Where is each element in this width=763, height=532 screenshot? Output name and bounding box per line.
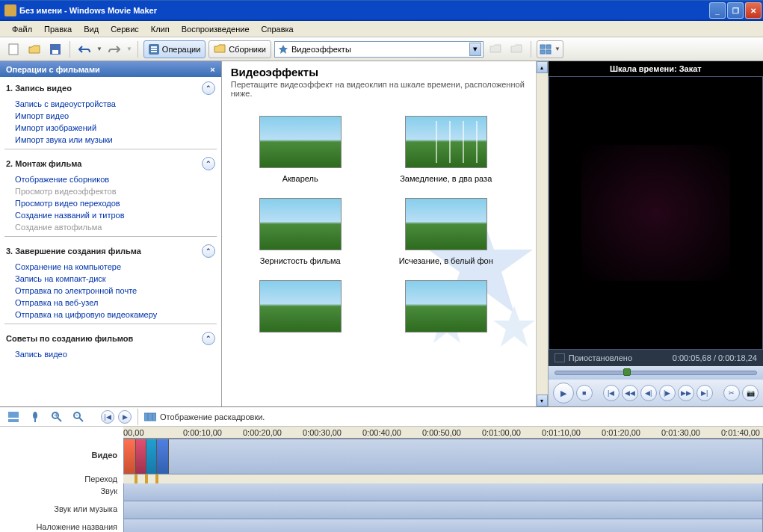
- chevron-up-icon[interactable]: ⌃: [202, 332, 215, 345]
- effect-label: Зернистость фильма: [244, 256, 356, 265]
- clip-4[interactable]: [157, 439, 169, 474]
- menu-edit[interactable]: Правка: [38, 22, 78, 36]
- timeline-view-button[interactable]: [4, 408, 22, 426]
- task-link[interactable]: Запись с видеоустройства: [0, 98, 221, 110]
- forward-button[interactable]: ▶▶: [678, 385, 694, 401]
- scroll-up-button[interactable]: ▴: [537, 61, 548, 73]
- storyboard-toggle[interactable]: Отображение раскадровки.: [160, 412, 265, 421]
- clip-1[interactable]: [124, 439, 136, 474]
- undo-button[interactable]: [75, 40, 93, 58]
- minimize-button[interactable]: _: [709, 2, 726, 19]
- location-combo[interactable]: Видеоэффекты ▾: [274, 41, 484, 58]
- music-track[interactable]: [123, 501, 763, 519]
- nav-button[interactable]: [507, 40, 525, 58]
- menubar: Файл Правка Вид Сервис Клип Воспроизведе…: [0, 21, 763, 37]
- close-panel-button[interactable]: ×: [210, 65, 214, 74]
- time-display: 0:00:05,68 / 0:00:18,24: [673, 353, 757, 362]
- zoom-in-button[interactable]: +: [48, 408, 66, 426]
- next-button[interactable]: ▶|: [696, 385, 713, 401]
- preview-monitor[interactable]: [549, 77, 762, 349]
- video-track[interactable]: [123, 439, 763, 474]
- effect-item[interactable]: [379, 280, 513, 338]
- seek-bar[interactable]: [549, 366, 763, 380]
- timeline-ruler[interactable]: 00,000:00:10,000:00:20,000:00:30,000:00:…: [123, 427, 763, 439]
- content-title: Видеоэффекты: [231, 66, 527, 78]
- effect-item[interactable]: [244, 280, 356, 338]
- redo-dropdown[interactable]: ▼: [126, 46, 132, 52]
- menu-view[interactable]: Вид: [78, 22, 105, 36]
- zoom-out-button[interactable]: -: [69, 408, 87, 426]
- effect-item[interactable]: Акварель: [244, 116, 356, 183]
- view-button[interactable]: ▼: [537, 40, 563, 58]
- task-link[interactable]: Импорт звука или музыки: [0, 134, 221, 146]
- menu-tools[interactable]: Сервис: [105, 22, 145, 36]
- task-section-header[interactable]: 2. Монтаж фильма⌃: [0, 152, 221, 173]
- new-project-button[interactable]: [4, 40, 22, 58]
- stop-button[interactable]: ■: [576, 385, 593, 401]
- step-fwd-button[interactable]: |▶: [659, 385, 676, 401]
- task-link[interactable]: Создание названий и титров: [0, 209, 221, 221]
- task-link[interactable]: Отправка по электронной почте: [0, 285, 221, 297]
- audio-track[interactable]: [123, 483, 763, 501]
- clip-3[interactable]: [146, 439, 157, 474]
- tasks-button[interactable]: Операции: [143, 40, 206, 58]
- rewind-button[interactable]: ◀◀: [622, 385, 638, 401]
- task-section-header[interactable]: 1. Запись видео⌃: [0, 77, 221, 98]
- undo-dropdown[interactable]: ▼: [96, 46, 102, 52]
- task-link[interactable]: Сохранение на компьютере: [0, 261, 221, 273]
- view-icon: [540, 44, 552, 55]
- svg-text:-: -: [75, 412, 78, 418]
- storyboard-icon: [144, 412, 156, 422]
- step-back-button[interactable]: ◀|: [640, 385, 657, 401]
- timeline-tracks[interactable]: 00,000:00:10,000:00:20,000:00:30,000:00:…: [123, 427, 763, 532]
- play-button[interactable]: ▶: [553, 383, 574, 403]
- collections-button[interactable]: Сборники: [208, 40, 271, 58]
- ruler-tick: 0:01:30,00: [661, 428, 700, 437]
- prev-button[interactable]: |◀: [603, 385, 620, 401]
- task-link[interactable]: Отправка на цифровую видеокамеру: [0, 309, 221, 321]
- effect-item[interactable]: Замедление, в два раза: [379, 116, 513, 183]
- up-button[interactable]: [486, 40, 504, 58]
- task-section-header[interactable]: Советы по созданию фильмов⌃: [0, 327, 221, 348]
- task-link[interactable]: Запись видео: [0, 348, 221, 360]
- task-link[interactable]: Импорт видео: [0, 110, 221, 122]
- timeline-play-button[interactable]: ▶: [118, 410, 132, 424]
- task-link[interactable]: Импорт изображений: [0, 122, 221, 134]
- close-button[interactable]: ✕: [745, 2, 762, 19]
- chevron-up-icon[interactable]: ⌃: [202, 244, 215, 258]
- chevron-up-icon[interactable]: ⌃: [202, 157, 215, 170]
- snapshot-button[interactable]: 📷: [742, 385, 759, 401]
- task-link: Создание автофильма: [0, 221, 221, 233]
- svg-rect-16: [8, 419, 19, 422]
- svg-text:+: +: [54, 412, 58, 419]
- open-button[interactable]: [25, 40, 43, 58]
- narrate-button[interactable]: [26, 408, 44, 426]
- menu-file[interactable]: Файл: [6, 22, 38, 36]
- task-link[interactable]: Запись на компакт-диск: [0, 273, 221, 285]
- menu-help[interactable]: Справка: [256, 22, 300, 36]
- svg-rect-0: [9, 44, 18, 55]
- maximize-button[interactable]: ❐: [727, 2, 744, 19]
- timeline-rewind-button[interactable]: |◀: [101, 410, 114, 424]
- menu-clip[interactable]: Клип: [145, 22, 176, 36]
- scroll-down-button[interactable]: ▾: [537, 395, 548, 406]
- content-scrollbar[interactable]: ▴ ▾: [536, 61, 548, 406]
- effect-item[interactable]: Зернистость фильма: [244, 198, 356, 265]
- effects-icon: [278, 44, 288, 55]
- title-track[interactable]: [123, 519, 763, 532]
- clip-2[interactable]: [136, 439, 146, 474]
- split-button[interactable]: ✂: [723, 385, 740, 401]
- menu-playback[interactable]: Воспроизведение: [176, 22, 256, 36]
- effect-item[interactable]: Исчезание, в белый фон: [379, 198, 513, 265]
- task-link[interactable]: Отображение сборников: [0, 173, 221, 185]
- chevron-up-icon[interactable]: ⌃: [202, 81, 215, 95]
- task-link[interactable]: Просмотр видео переходов: [0, 197, 221, 209]
- save-button[interactable]: [46, 40, 64, 58]
- chevron-down-icon[interactable]: ▾: [469, 43, 481, 56]
- redo-button[interactable]: [105, 40, 123, 58]
- task-link[interactable]: Отправка на веб-узел: [0, 297, 221, 309]
- seek-handle[interactable]: [623, 368, 631, 376]
- transition-track[interactable]: [123, 474, 763, 483]
- task-section-header[interactable]: 3. Завершение создания фильма⌃: [0, 240, 221, 261]
- folder-icon: [214, 44, 226, 54]
